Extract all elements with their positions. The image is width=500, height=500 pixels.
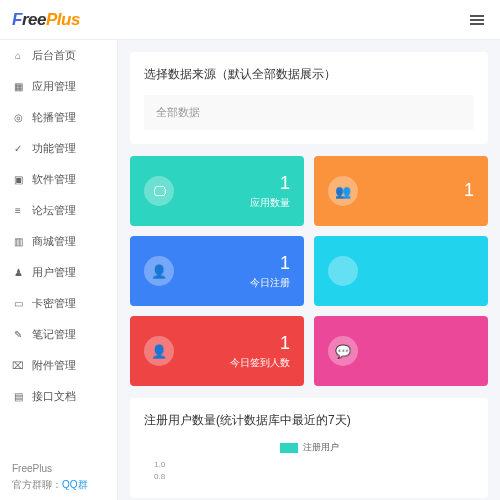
nav-icon: ▭	[12, 298, 24, 310]
stat-card-1[interactable]: 👥1	[314, 156, 488, 226]
logo: FreePlus	[12, 10, 80, 30]
data-source-select[interactable]: 全部数据	[144, 95, 474, 130]
sidebar-item-3[interactable]: ✓功能管理	[0, 133, 117, 164]
qq-link[interactable]: QQ群	[62, 479, 88, 490]
card-label: 今日签到人数	[230, 356, 290, 370]
nav-icon: ▦	[12, 81, 24, 93]
card-label: 今日注册	[250, 276, 290, 290]
sidebar-item-9[interactable]: ✎笔记管理	[0, 319, 117, 350]
sidebar-item-8[interactable]: ▭卡密管理	[0, 288, 117, 319]
main-content: 选择数据来源（默认全部数据展示） 全部数据 🖵1应用数量👥1👤1今日注册👤1今日…	[118, 40, 500, 500]
nav-label: 附件管理	[32, 358, 76, 373]
card-value: 1	[230, 333, 290, 354]
card-icon: 💬	[328, 336, 358, 366]
chart-title: 注册用户数量(统计数据库中最近的7天)	[144, 412, 474, 429]
stat-cards: 🖵1应用数量👥1👤1今日注册👤1今日签到人数💬	[130, 156, 488, 386]
stat-card-4[interactable]: 👤1今日签到人数	[130, 316, 304, 386]
hamburger-icon[interactable]	[466, 9, 488, 31]
card-value: 1	[250, 173, 290, 194]
sidebar-item-2[interactable]: ◎轮播管理	[0, 102, 117, 133]
sidebar-item-4[interactable]: ▣软件管理	[0, 164, 117, 195]
sidebar-item-0[interactable]: ⌂后台首页	[0, 40, 117, 71]
stat-card-2[interactable]: 👤1今日注册	[130, 236, 304, 306]
nav-label: 功能管理	[32, 141, 76, 156]
nav-label: 接口文档	[32, 389, 76, 404]
stat-card-5[interactable]: 💬	[314, 316, 488, 386]
card-value: 1	[250, 253, 290, 274]
card-icon: 👤	[144, 256, 174, 286]
nav-label: 卡密管理	[32, 296, 76, 311]
card-label: 应用数量	[250, 196, 290, 210]
nav-label: 轮播管理	[32, 110, 76, 125]
card-icon: 🖵	[144, 176, 174, 206]
sidebar-item-7[interactable]: ♟用户管理	[0, 257, 117, 288]
nav-label: 笔记管理	[32, 327, 76, 342]
card-icon: 👥	[328, 176, 358, 206]
y-axis: 1.00.8	[144, 460, 474, 484]
nav-label: 后台首页	[32, 48, 76, 63]
nav-icon: ≡	[12, 205, 24, 217]
sidebar: ⌂后台首页▦应用管理◎轮播管理✓功能管理▣软件管理≡论坛管理▥商城管理♟用户管理…	[0, 40, 118, 500]
legend-swatch	[280, 443, 298, 453]
stat-card-0[interactable]: 🖵1应用数量	[130, 156, 304, 226]
nav-icon: ▥	[12, 236, 24, 248]
legend-label: 注册用户	[303, 441, 339, 454]
chart-legend: 注册用户	[144, 441, 474, 454]
nav-icon: ▣	[12, 174, 24, 186]
nav-icon: ▤	[12, 391, 24, 403]
chart-panel: 注册用户数量(统计数据库中最近的7天) 注册用户 1.00.8	[130, 398, 488, 498]
card-icon	[328, 256, 358, 286]
nav-label: 应用管理	[32, 79, 76, 94]
sidebar-item-1[interactable]: ▦应用管理	[0, 71, 117, 102]
top-bar: FreePlus	[0, 0, 500, 40]
sidebar-item-10[interactable]: ⌧附件管理	[0, 350, 117, 381]
nav-label: 用户管理	[32, 265, 76, 280]
data-source-panel: 选择数据来源（默认全部数据展示） 全部数据	[130, 52, 488, 144]
nav-icon: ⌧	[12, 360, 24, 372]
sidebar-footer: FreePlus 官方群聊：QQ群	[0, 463, 117, 492]
nav-label: 软件管理	[32, 172, 76, 187]
nav-icon: ♟	[12, 267, 24, 279]
panel-title: 选择数据来源（默认全部数据展示）	[144, 66, 474, 83]
nav-label: 论坛管理	[32, 203, 76, 218]
card-value: 1	[464, 180, 474, 201]
sidebar-item-11[interactable]: ▤接口文档	[0, 381, 117, 412]
nav-label: 商城管理	[32, 234, 76, 249]
nav-icon: ◎	[12, 112, 24, 124]
nav-icon: ✎	[12, 329, 24, 341]
contact-label: 官方群聊：	[12, 479, 62, 490]
card-icon: 👤	[144, 336, 174, 366]
stat-card-3[interactable]	[314, 236, 488, 306]
nav-icon: ✓	[12, 143, 24, 155]
sidebar-item-6[interactable]: ▥商城管理	[0, 226, 117, 257]
sidebar-item-5[interactable]: ≡论坛管理	[0, 195, 117, 226]
nav-icon: ⌂	[12, 50, 24, 62]
product-name: FreePlus	[12, 463, 105, 474]
